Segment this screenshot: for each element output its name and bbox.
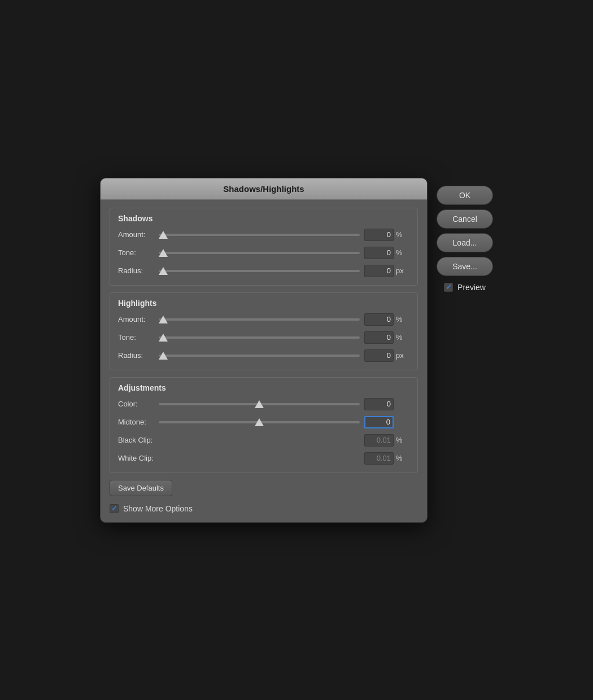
shadows-tone-unit: % bbox=[396, 248, 409, 257]
shadows-tone-row: Tone: % bbox=[118, 247, 409, 259]
show-more-options-row: ✓ Show More Options bbox=[110, 504, 418, 513]
preview-checkbox[interactable]: ✓ bbox=[444, 283, 453, 292]
shadows-tone-slider-container bbox=[159, 247, 360, 259]
shadows-highlights-dialog: Shadows/Highlights Shadows Amount: % T bbox=[100, 178, 428, 523]
adjustments-color-label: Color: bbox=[118, 400, 159, 408]
adjustments-whiteclip-row: White Clip: % bbox=[118, 452, 409, 465]
highlights-section-title: Highlights bbox=[118, 299, 409, 308]
adjustments-section-title: Adjustments bbox=[118, 383, 409, 392]
shadows-tone-label: Tone: bbox=[118, 248, 159, 257]
highlights-radius-unit: px bbox=[396, 351, 409, 360]
show-more-options-checkbox-label[interactable]: ✓ Show More Options bbox=[110, 504, 193, 513]
highlights-radius-input[interactable] bbox=[364, 349, 394, 362]
shadows-amount-slider-container bbox=[159, 229, 360, 240]
checkmark-icon: ✓ bbox=[111, 505, 117, 512]
right-panel: OK Cancel Load... Save... ✓ Preview bbox=[428, 178, 493, 292]
adjustments-blackclip-unit: % bbox=[396, 436, 409, 444]
shadows-amount-unit: % bbox=[396, 230, 409, 239]
save-button[interactable]: Save... bbox=[437, 257, 493, 276]
highlights-tone-input[interactable] bbox=[364, 331, 394, 344]
ok-button[interactable]: OK bbox=[437, 186, 493, 205]
save-defaults-container: Save Defaults bbox=[110, 480, 418, 496]
shadows-radius-slider-container bbox=[159, 265, 360, 277]
highlights-tone-slider-container bbox=[159, 332, 360, 343]
dialog-body: Shadows Amount: % Tone: bbox=[101, 200, 427, 522]
highlights-amount-slider[interactable] bbox=[159, 318, 360, 321]
show-more-options-label: Show More Options bbox=[123, 504, 193, 513]
highlights-radius-label: Radius: bbox=[118, 351, 159, 360]
adjustments-midtone-label: Midtone: bbox=[118, 418, 159, 426]
shadows-radius-row: Radius: px bbox=[118, 265, 409, 277]
adjustments-midtone-slider[interactable] bbox=[159, 421, 360, 423]
shadows-radius-slider[interactable] bbox=[159, 270, 360, 272]
adjustments-color-row: Color: bbox=[118, 398, 409, 410]
highlights-tone-row: Tone: % bbox=[118, 331, 409, 344]
highlights-radius-row: Radius: px bbox=[118, 349, 409, 362]
show-more-options-checkbox[interactable]: ✓ bbox=[110, 504, 119, 513]
shadows-radius-input[interactable] bbox=[364, 265, 394, 277]
dialog-title: Shadows/Highlights bbox=[223, 184, 304, 194]
highlights-amount-row: Amount: % bbox=[118, 313, 409, 326]
highlights-amount-unit: % bbox=[396, 315, 409, 323]
preview-checkmark-icon: ✓ bbox=[446, 283, 452, 291]
shadows-amount-row: Amount: % bbox=[118, 229, 409, 241]
preview-label: Preview bbox=[457, 283, 486, 292]
load-button[interactable]: Load... bbox=[437, 233, 493, 252]
preview-checkbox-label[interactable]: ✓ Preview bbox=[444, 283, 486, 292]
adjustments-whiteclip-input[interactable] bbox=[364, 452, 394, 465]
highlights-amount-input[interactable] bbox=[364, 313, 394, 326]
shadows-radius-label: Radius: bbox=[118, 266, 159, 275]
adjustments-color-input[interactable] bbox=[364, 398, 394, 410]
shadows-radius-unit: px bbox=[396, 266, 409, 275]
shadows-amount-slider[interactable] bbox=[159, 234, 360, 236]
adjustments-color-slider-container bbox=[159, 399, 360, 410]
highlights-tone-label: Tone: bbox=[118, 333, 159, 342]
highlights-amount-label: Amount: bbox=[118, 315, 159, 323]
adjustments-midtone-input[interactable] bbox=[364, 416, 394, 428]
adjustments-whiteclip-unit: % bbox=[396, 454, 409, 462]
dialog-titlebar: Shadows/Highlights bbox=[101, 178, 427, 200]
adjustments-blackclip-row: Black Clip: % bbox=[118, 434, 409, 447]
shadows-amount-input[interactable] bbox=[364, 229, 394, 241]
adjustments-blackclip-label: Black Clip: bbox=[118, 436, 169, 444]
adjustments-section: Adjustments Color: Midtone: bbox=[110, 377, 418, 473]
adjustments-midtone-row: Midtone: bbox=[118, 416, 409, 428]
preview-row: ✓ Preview bbox=[444, 283, 486, 292]
shadows-amount-label: Amount: bbox=[118, 230, 159, 239]
adjustments-blackclip-input[interactable] bbox=[364, 434, 394, 447]
shadows-tone-slider[interactable] bbox=[159, 252, 360, 254]
adjustments-midtone-slider-container bbox=[159, 417, 360, 428]
shadows-section: Shadows Amount: % Tone: bbox=[110, 208, 418, 286]
cancel-button[interactable]: Cancel bbox=[437, 209, 493, 229]
save-defaults-button[interactable]: Save Defaults bbox=[110, 480, 172, 496]
adjustments-whiteclip-label: White Clip: bbox=[118, 454, 169, 462]
highlights-amount-slider-container bbox=[159, 314, 360, 325]
highlights-tone-unit: % bbox=[396, 333, 409, 342]
shadows-tone-input[interactable] bbox=[364, 247, 394, 259]
highlights-section: Highlights Amount: % Tone: bbox=[110, 292, 418, 370]
highlights-radius-slider-container bbox=[159, 350, 360, 361]
highlights-radius-slider[interactable] bbox=[159, 355, 360, 357]
highlights-tone-slider[interactable] bbox=[159, 336, 360, 339]
shadows-section-title: Shadows bbox=[118, 214, 409, 223]
adjustments-color-slider[interactable] bbox=[159, 403, 360, 405]
